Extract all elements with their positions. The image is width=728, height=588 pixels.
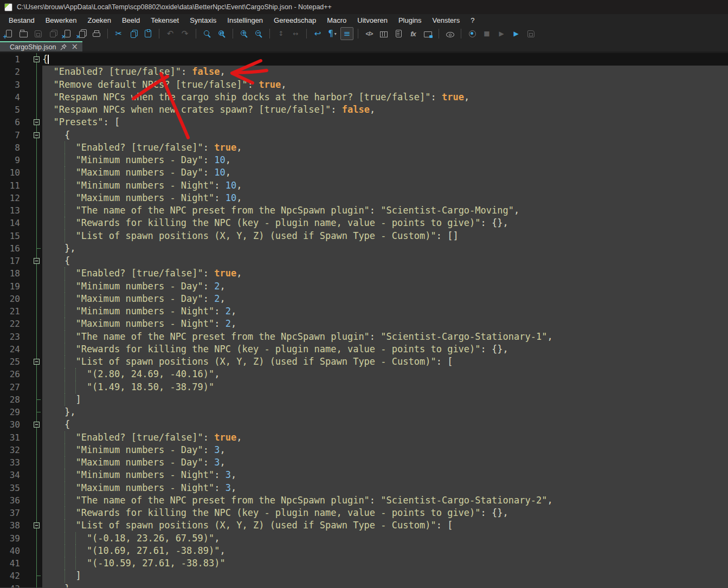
bookmark-margin[interactable] (20, 557, 31, 570)
code-line[interactable]: 13 "The name of the NPC preset from the … (0, 204, 728, 217)
menu-item-instellingen[interactable]: Instellingen (222, 15, 268, 25)
code-line[interactable]: 9 "Minimum numbers - Day": 10, (0, 154, 728, 166)
zoom-out-icon[interactable]: − (252, 27, 265, 40)
paste-icon[interactable] (141, 27, 154, 40)
fold-margin[interactable] (31, 66, 42, 78)
fold-margin[interactable] (31, 368, 42, 380)
code-line[interactable]: 23 "The name of the NPC preset from the … (0, 331, 728, 343)
fold-margin[interactable] (31, 217, 42, 229)
code-line[interactable]: 5 "Respawn NPCs when new crates spawn? [… (0, 104, 728, 116)
fold-collapse-icon[interactable] (34, 258, 40, 264)
fold-margin[interactable] (31, 116, 42, 128)
code-line[interactable]: 4 "Respawn NPCs when the cargo ship dock… (0, 91, 728, 104)
fold-margin[interactable] (31, 418, 42, 431)
show-all-characters-icon[interactable]: ¶▾ (326, 27, 339, 40)
fold-margin[interactable] (31, 482, 42, 494)
bookmark-margin[interactable] (20, 431, 31, 444)
bookmark-margin[interactable] (20, 381, 31, 393)
fold-margin[interactable] (31, 166, 42, 179)
code-line[interactable]: 41 "(-10.59, 27.61, -38.83)" (0, 557, 728, 570)
code-line[interactable]: 32 "Minimum numbers - Day": 3, (0, 444, 728, 456)
code-line[interactable]: 42 ] (0, 570, 728, 582)
bookmark-margin[interactable] (20, 255, 31, 267)
menu-item-bewerken[interactable]: Bewerken (40, 15, 82, 25)
bookmark-margin[interactable] (20, 79, 31, 91)
code-line[interactable]: 7 { (0, 129, 728, 141)
menu-item-plugins[interactable]: Plugins (393, 15, 427, 25)
bookmark-margin[interactable] (20, 66, 31, 78)
code-line[interactable]: 35 "Maximum numbers - Night": 3, (0, 482, 728, 494)
fold-margin[interactable] (31, 381, 42, 393)
code-line[interactable]: 33 "Maximum numbers - Day": 3, (0, 456, 728, 469)
macro-record-icon[interactable] (466, 27, 479, 40)
menu-item-zoeken[interactable]: Zoeken (82, 15, 117, 25)
monitoring-eye-icon[interactable] (443, 27, 456, 40)
new-file-icon[interactable]: + (2, 27, 15, 40)
menu-item-macro[interactable]: Macro (321, 15, 352, 25)
bookmark-margin[interactable] (20, 507, 31, 519)
fold-collapse-icon[interactable] (34, 359, 40, 365)
folder-as-workspace-icon[interactable] (421, 27, 434, 40)
menu-item-bestand[interactable]: Bestand (3, 15, 40, 25)
fold-margin[interactable] (31, 331, 42, 343)
menu-item-beeld[interactable]: Beeld (117, 15, 145, 25)
document-list-icon[interactable] (392, 27, 405, 40)
bookmark-margin[interactable] (20, 444, 31, 456)
fold-margin[interactable] (31, 305, 42, 318)
code-line[interactable]: 38 "List of spawn positions (X, Y, Z) (u… (0, 519, 728, 532)
fold-margin[interactable] (31, 545, 42, 557)
document-map-icon[interactable] (377, 27, 390, 40)
bookmark-margin[interactable] (20, 318, 31, 330)
code-line[interactable]: 36 "The name of the NPC preset from the … (0, 494, 728, 507)
code-line[interactable]: 2 "Enabled? [true/false]": false, (0, 66, 728, 78)
fold-margin[interactable] (31, 393, 42, 406)
code-line[interactable]: 20 "Maximum numbers - Day": 2, (0, 293, 728, 305)
code-line[interactable]: 6 "Presets": [ (0, 116, 728, 128)
pin-icon[interactable] (60, 43, 67, 51)
code-line[interactable]: 10 "Maximum numbers - Day": 10, (0, 166, 728, 179)
copy-icon[interactable] (127, 27, 140, 40)
close-all-icon[interactable]: × (75, 27, 88, 40)
code-line[interactable]: 31 "Enabled? [true/false]": true, (0, 431, 728, 444)
menu-item-uitvoeren[interactable]: Uitvoeren (352, 15, 393, 25)
code-line[interactable]: 11 "Minimum numbers - Night": 10, (0, 179, 728, 192)
fold-margin[interactable] (31, 154, 42, 166)
fold-margin[interactable] (31, 91, 42, 104)
function-fx-icon[interactable]: fx (407, 27, 420, 40)
bookmark-margin[interactable] (20, 343, 31, 356)
bookmark-margin[interactable] (20, 154, 31, 166)
code-line[interactable]: 8 "Enabled? [true/false]": true, (0, 141, 728, 154)
fold-margin[interactable] (31, 255, 42, 267)
fold-margin[interactable] (31, 204, 42, 217)
fold-margin[interactable] (31, 356, 42, 368)
bookmark-margin[interactable] (20, 217, 31, 229)
code-line[interactable]: 18 "Enabled? [true/false]": true, (0, 267, 728, 280)
bookmark-margin[interactable] (20, 305, 31, 318)
menu-item-vensters[interactable]: Vensters (427, 15, 466, 25)
bookmark-margin[interactable] (20, 293, 31, 305)
code-line[interactable]: 25 "List of spawn positions (X, Y, Z) (u… (0, 356, 728, 368)
function-list-icon[interactable]: </> (363, 27, 376, 40)
code-line[interactable]: 30 { (0, 418, 728, 431)
bookmark-margin[interactable] (20, 192, 31, 204)
code-line[interactable]: 22 "Maximum numbers - Night": 2, (0, 318, 728, 330)
fold-margin[interactable] (31, 469, 42, 481)
code-line[interactable]: 40 "(10.69, 27.61, -38.89)", (0, 545, 728, 557)
menu-item-tekenset[interactable]: Tekenset (145, 15, 184, 25)
bookmark-margin[interactable] (20, 469, 31, 481)
fold-margin[interactable] (31, 104, 42, 116)
code-line[interactable]: 39 "(-0.18, 23.26, 67.59)", (0, 532, 728, 545)
bookmark-margin[interactable] (20, 204, 31, 217)
bookmark-margin[interactable] (20, 583, 31, 588)
bookmark-margin[interactable] (20, 545, 31, 557)
bookmark-margin[interactable] (20, 368, 31, 380)
code-line[interactable]: 3 "Remove default NPCs? [true/false]": t… (0, 79, 728, 91)
code-line[interactable]: 24 "Rewards for killing the NPC (key - p… (0, 343, 728, 356)
bookmark-margin[interactable] (20, 519, 31, 532)
fold-margin[interactable] (31, 570, 42, 582)
code-line[interactable]: 14 "Rewards for killing the NPC (key - p… (0, 217, 728, 229)
code-line[interactable]: 27 "(1.49, 18.50, -38.79)" (0, 381, 728, 393)
bookmark-margin[interactable] (20, 494, 31, 507)
fold-collapse-icon[interactable] (34, 119, 40, 125)
menu-item-help[interactable]: ? (465, 15, 480, 25)
